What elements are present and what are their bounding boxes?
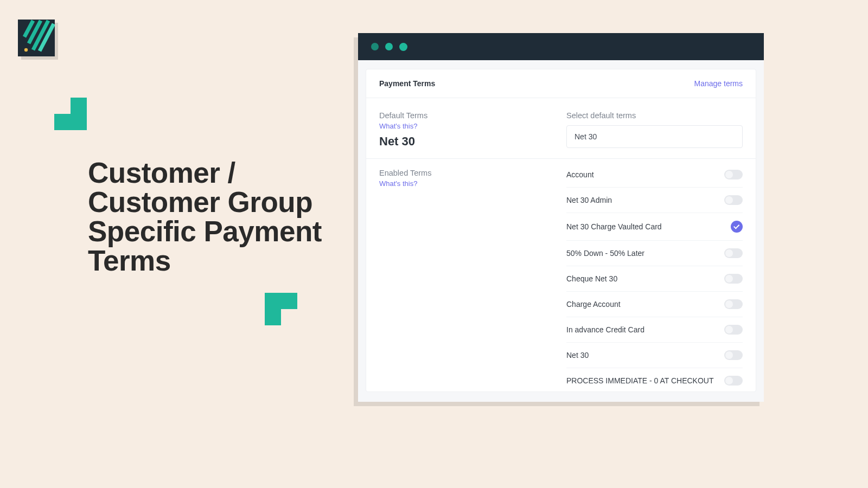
toggle-knob [725, 300, 733, 308]
browser-window: Payment Terms Manage terms Default Terms… [358, 33, 764, 402]
term-toggle[interactable] [724, 376, 743, 386]
check-icon [733, 223, 739, 229]
toggle-knob [725, 326, 733, 333]
term-label: 50% Down - 50% Later [566, 249, 644, 258]
toggle-knob [725, 377, 733, 384]
term-row: Charge Account [566, 292, 743, 317]
term-toggle[interactable] [724, 195, 743, 205]
term-label: Cheque Net 30 [566, 274, 617, 283]
card-title: Payment Terms [379, 79, 435, 88]
term-toggle[interactable] [724, 299, 743, 309]
manage-terms-link[interactable]: Manage terms [694, 79, 743, 88]
term-row: Account [566, 162, 743, 188]
term-toggle[interactable] [724, 170, 743, 179]
select-default-terms-label: Select default terms [566, 111, 743, 120]
term-label: Net 30 [566, 351, 589, 359]
default-terms-whats-this-link[interactable]: What's this? [379, 122, 556, 130]
term-row: 50% Down - 50% Later [566, 241, 743, 266]
term-label: In advance Credit Card [566, 325, 644, 334]
enabled-terms-label: Enabled Terms [379, 169, 556, 177]
term-toggle[interactable] [731, 221, 743, 233]
logo-icon [18, 20, 55, 56]
default-terms-value: Net 30 [379, 134, 556, 149]
app-logo [18, 20, 55, 56]
term-label: PROCESS IMMEDIATE - 0 AT CHECKOUT [566, 376, 713, 385]
svg-line-3 [40, 24, 54, 51]
decorative-shape [54, 98, 87, 130]
default-terms-select[interactable]: Net 30 [566, 125, 743, 148]
term-toggle[interactable] [724, 350, 743, 360]
term-row: Net 30 [566, 343, 743, 368]
term-label: Charge Account [566, 300, 621, 309]
term-toggle[interactable] [724, 274, 743, 284]
page-headline: Customer / Customer Group Specific Payme… [88, 158, 327, 275]
term-row: Net 30 Charge Vaulted Card [566, 213, 743, 241]
term-label: Net 30 Admin [566, 196, 612, 204]
toggle-knob [725, 275, 733, 282]
decorative-shape [265, 293, 297, 325]
window-dot [385, 43, 393, 50]
enabled-terms-whats-this-link[interactable]: What's this? [379, 179, 556, 188]
toggle-knob [725, 196, 733, 204]
term-toggle[interactable] [724, 248, 743, 258]
term-row: In advance Credit Card [566, 317, 743, 343]
section-divider [366, 158, 756, 159]
window-titlebar [358, 33, 764, 60]
term-toggle[interactable] [724, 325, 743, 335]
toggle-knob [725, 171, 733, 178]
svg-point-4 [24, 48, 28, 52]
enabled-terms-list: AccountNet 30 AdminNet 30 Charge Vaulted… [566, 160, 743, 393]
term-row: Cheque Net 30 [566, 266, 743, 292]
term-label: Net 30 Charge Vaulted Card [566, 222, 662, 231]
term-row: PROCESS IMMEDIATE - 0 AT CHECKOUT [566, 368, 743, 393]
default-terms-label: Default Terms [379, 111, 556, 120]
toggle-knob [725, 351, 733, 359]
window-dot [399, 43, 407, 51]
term-label: Account [566, 170, 594, 179]
toggle-knob [725, 249, 733, 257]
term-row: Net 30 Admin [566, 188, 743, 213]
payment-terms-card: Payment Terms Manage terms Default Terms… [366, 69, 756, 392]
window-dot [371, 43, 379, 50]
